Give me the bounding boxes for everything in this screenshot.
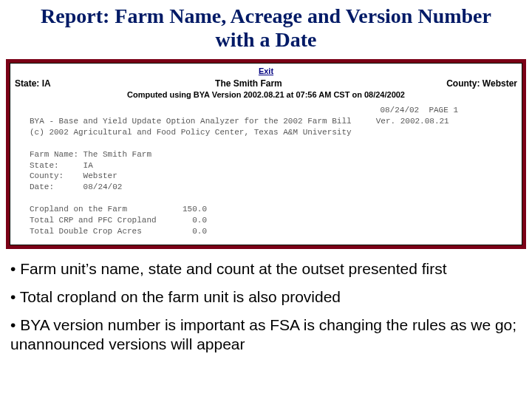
bullet-3: • BYA version number is important as FSA… [10,316,522,355]
exit-link[interactable]: Exit [15,66,517,75]
double-label: Total Double Crop Acres [30,226,170,237]
farm-name-line: Farm Name: The Smith Farm [15,149,517,160]
farm-county-line: County: Webster [15,171,517,182]
cropland-value: 150.0 [170,204,207,215]
state-label: State: IA [15,78,51,89]
bullet-2: • Total cropland on the farm unit is als… [10,287,522,307]
double-value: 0.0 [170,226,207,237]
bya-line-2: (c) 2002 Agricultural and Food Policy Ce… [15,127,517,138]
computed-line: Computed using BYA Version 2002.08.21 at… [15,90,517,99]
crp-row: Total CRP and PFC Cropland0.0 [15,215,517,226]
crp-value: 0.0 [170,215,207,226]
slide: Report: Farm Name, Acreage and Version N… [0,0,532,399]
blank-line-1 [15,138,517,149]
double-row: Total Double Crop Acres0.0 [15,226,517,237]
cropland-label: Cropland on the Farm [30,204,170,215]
farm-state-line: State: IA [15,160,517,171]
report-frame: Exit State: IA The Smith Farm County: We… [6,59,526,248]
bullet-list: • Farm unit’s name, state and count at t… [0,249,532,355]
crp-label: Total CRP and PFC Cropland [30,215,170,226]
report-body: Exit State: IA The Smith Farm County: We… [10,63,522,245]
cropland-row: Cropland on the Farm150.0 [15,204,517,215]
page-title: Report: Farm Name, Acreage and Version N… [0,0,532,59]
farm-name: The Smith Farm [215,78,282,89]
bya-line-1: BYA - Base and Yield Update Option Analy… [15,116,517,127]
county-label: County: Webster [446,78,517,89]
farm-date-line: Date: 08/24/02 [15,182,517,193]
report-header-row: State: IA The Smith Farm County: Webster [15,78,517,89]
bullet-1: • Farm unit’s name, state and count at t… [10,259,522,279]
blank-line-2 [15,193,517,204]
page-date-line: 08/24/02 PAGE 1 [15,105,517,116]
